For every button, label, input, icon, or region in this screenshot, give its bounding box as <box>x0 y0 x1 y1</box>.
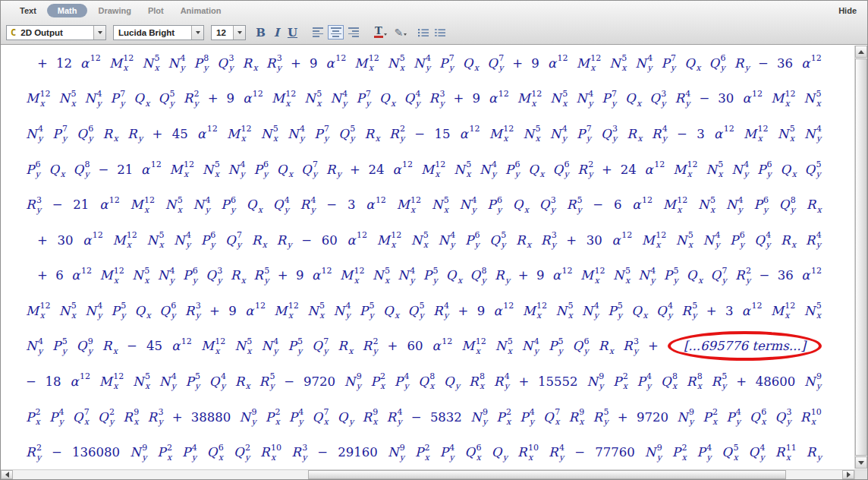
font-color-button[interactable]: T <box>374 27 387 38</box>
italic-button[interactable]: I <box>269 26 285 39</box>
variable: N4y <box>26 336 43 356</box>
math-token: α <box>548 56 556 71</box>
math-token: α <box>245 304 253 318</box>
scroll-up-button[interactable] <box>855 46 867 58</box>
math-token: x <box>466 169 471 179</box>
bullet-list-icon[interactable] <box>417 27 429 38</box>
variable: N9y <box>645 443 662 463</box>
bold-button[interactable]: B <box>253 26 269 39</box>
math-token: y <box>349 417 354 427</box>
tab-drawing[interactable]: Drawing <box>90 4 139 17</box>
math-token: x <box>400 63 405 73</box>
math-token: y <box>373 346 378 356</box>
math-token: x <box>154 63 159 73</box>
tab-text[interactable]: Text <box>11 4 45 17</box>
math-token: N <box>168 56 179 71</box>
operator: − <box>52 445 62 459</box>
variable: α12 <box>197 124 218 144</box>
math-token: N <box>470 410 481 425</box>
math-token <box>469 134 480 144</box>
font-size-select[interactable]: 12 <box>211 25 246 40</box>
math-token: 12 <box>724 124 734 144</box>
math-token: 4 <box>398 407 403 417</box>
math-token: 12x <box>113 371 124 391</box>
highlight-pen-button[interactable]: ✎ <box>395 27 407 39</box>
math-token: 5 <box>568 301 573 311</box>
math-token <box>253 53 257 63</box>
math-token: P <box>487 197 495 212</box>
math-token: 5y <box>432 266 438 286</box>
vertical-scrollbar[interactable] <box>854 46 867 469</box>
math-token: N <box>130 445 140 459</box>
math-token: α <box>99 197 108 212</box>
chevron-down-icon[interactable] <box>93 26 105 39</box>
math-token: 12x <box>677 195 687 215</box>
math-token: Q <box>649 91 660 106</box>
math-token: P <box>395 374 403 389</box>
math-token: R <box>469 374 478 389</box>
vertical-scroll-thumb[interactable] <box>855 58 867 456</box>
variable: P7y <box>602 89 617 109</box>
math-token: y <box>671 63 676 73</box>
variable: α12 <box>83 230 103 250</box>
style-select[interactable]: C 2D Output <box>6 25 106 40</box>
align-center-icon[interactable] <box>328 25 344 39</box>
math-token: 12 <box>207 124 218 144</box>
variable: R2y <box>735 266 751 286</box>
operator: + <box>648 339 659 353</box>
chevron-down-icon[interactable] <box>233 26 245 39</box>
math-token: y <box>505 381 510 391</box>
tab-animation[interactable]: Animation <box>172 4 230 17</box>
operator: − <box>699 91 709 106</box>
horizontal-scrollbar[interactable] <box>1 469 854 479</box>
math-token: M <box>673 163 686 177</box>
math-token: y <box>96 99 102 109</box>
underline-button[interactable]: U <box>285 26 300 39</box>
variable: N5x <box>613 266 631 286</box>
tab-math[interactable]: Math <box>47 4 88 17</box>
math-token: 7y <box>237 230 242 250</box>
math-token: Q <box>206 268 216 283</box>
math-token: R <box>675 91 684 106</box>
math-token: 12 <box>184 159 194 169</box>
math-token: Q <box>49 163 59 177</box>
math-token: R <box>652 127 661 141</box>
variable: P4y <box>395 371 410 391</box>
align-right-icon[interactable] <box>346 25 362 39</box>
math-token <box>349 407 354 417</box>
math-token: Q <box>656 304 667 318</box>
math-token: 12 <box>724 124 734 134</box>
scroll-right-button[interactable] <box>842 470 854 479</box>
horizontal-scroll-thumb[interactable] <box>308 470 786 479</box>
math-token: y <box>594 311 599 321</box>
math-content[interactable]: +12α12M12xN5xN4yP8yQ3yRxR3y+9α12M12xN5xN… <box>2 46 854 469</box>
math-token: x <box>373 417 378 427</box>
scroll-left-button[interactable] <box>1 470 13 479</box>
math-token: 4 <box>426 53 431 63</box>
math-token: 8 <box>429 371 435 381</box>
math-token: 6 <box>210 230 215 240</box>
tab-plot[interactable]: Plot <box>140 4 172 17</box>
variable: N9y <box>677 407 694 427</box>
math-token: 3y <box>661 89 666 109</box>
math-token: 5y <box>558 336 563 356</box>
math-token: 12 <box>558 53 568 73</box>
math-token: 12 <box>531 89 542 99</box>
chevron-down-icon[interactable] <box>191 26 203 39</box>
math-token: y <box>158 417 163 427</box>
math-token: 12 <box>241 124 251 134</box>
variable: Q6x <box>750 407 766 427</box>
math-token: N <box>174 233 184 248</box>
align-left-icon[interactable] <box>310 25 326 39</box>
scroll-down-button[interactable] <box>855 456 867 469</box>
math-token: 5 <box>618 301 623 311</box>
font-family-select[interactable]: Lucida Bright <box>113 25 204 40</box>
math-token: y <box>36 205 42 215</box>
numbered-list-icon[interactable] <box>434 27 446 38</box>
math-token: 12x <box>410 195 421 215</box>
math-token <box>348 336 353 346</box>
math-token: 4 <box>715 230 720 240</box>
hide-toolbar-button[interactable]: Hide <box>838 6 857 15</box>
math-token: 12 <box>215 336 225 346</box>
math-token: 6y <box>721 53 726 73</box>
